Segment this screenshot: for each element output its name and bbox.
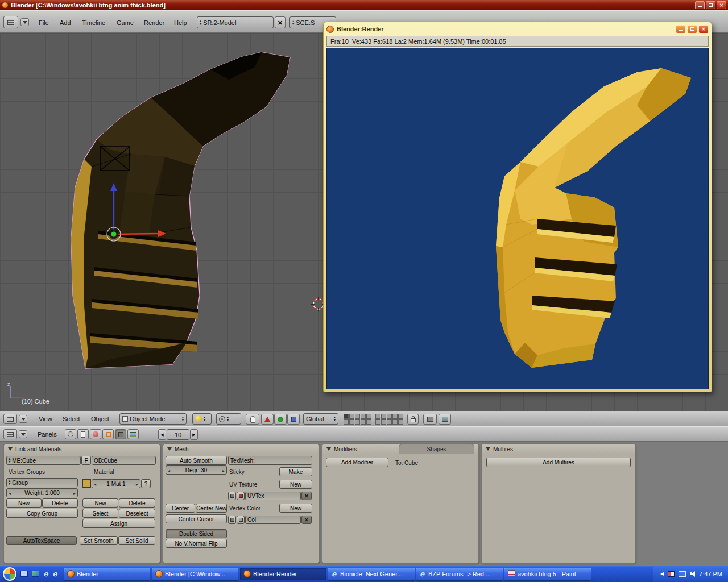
frame-prev-icon[interactable]: ◀ <box>158 429 166 440</box>
lock-icon[interactable] <box>407 414 419 425</box>
transform-orientation-selector[interactable]: Global <box>303 413 338 425</box>
pivot-selector[interactable] <box>216 413 241 425</box>
layer-toggle[interactable] <box>355 419 360 425</box>
collapse-triangle-icon[interactable] <box>167 447 172 451</box>
render-preview-icon[interactable] <box>423 414 437 425</box>
add-multires-button[interactable]: Add Multires <box>486 458 631 467</box>
material-delete-button[interactable]: Delete <box>119 498 155 508</box>
menu-object[interactable]: Object <box>91 415 109 422</box>
screen-delete-icon[interactable]: × <box>275 16 286 28</box>
shading-context-icon[interactable] <box>90 429 101 439</box>
layer-toggle[interactable] <box>344 419 349 425</box>
collapse-triangle-icon[interactable] <box>486 447 490 451</box>
internet-explorer-icon[interactable]: e <box>43 569 49 578</box>
screen-selector[interactable]: SR:2-Model <box>197 16 274 28</box>
increment-icon[interactable] <box>136 481 138 487</box>
uv-texture-new-button[interactable]: New <box>279 480 312 489</box>
decrement-icon[interactable] <box>9 490 11 496</box>
editor-type-icon[interactable] <box>3 414 17 424</box>
object-context-icon[interactable] <box>102 429 114 439</box>
header-collapse-icon[interactable] <box>19 415 27 423</box>
uvtex-edit-toggle-icon[interactable] <box>237 492 245 500</box>
script-context-icon[interactable] <box>77 429 89 439</box>
manipulator-translate-icon[interactable] <box>261 414 274 425</box>
menu-game[interactable]: Game <box>117 19 134 26</box>
assign-button[interactable]: Assign <box>82 519 155 528</box>
add-modifier-button[interactable]: Add Modifier <box>326 458 388 467</box>
stepper-icon[interactable] <box>9 480 10 485</box>
tray-chevron-icon[interactable]: ◀ <box>660 571 664 576</box>
volume-icon[interactable] <box>690 571 695 577</box>
set-smooth-button[interactable]: Set Smooth <box>80 536 118 545</box>
auto-smooth-toggle[interactable]: Auto Smooth <box>166 456 227 465</box>
vertex-color-new-button[interactable]: New <box>279 504 312 513</box>
layer-toggle[interactable] <box>375 414 380 419</box>
layer-toggle[interactable] <box>392 419 398 425</box>
mesh-object[interactable] <box>57 45 301 375</box>
col-delete-icon[interactable] <box>301 516 312 524</box>
collapse-triangle-icon[interactable] <box>8 447 13 451</box>
stepper-icon[interactable] <box>292 20 294 26</box>
panel-header[interactable]: Mesh <box>163 444 319 454</box>
mode-selector[interactable]: Object Mode <box>119 413 187 425</box>
panel-header[interactable]: Multires <box>482 444 635 454</box>
tray-app-icon[interactable] <box>668 571 675 577</box>
center-cursor-button[interactable]: Center Cursor <box>166 514 227 523</box>
render-window[interactable]: Blender:Render × Fra:10 Ve:433 Fa:618 La… <box>323 22 712 392</box>
manipulator-rotate-icon[interactable] <box>274 414 287 425</box>
mesh-datablock-field[interactable]: ME:Cube <box>6 456 81 465</box>
minimize-button[interactable] <box>695 1 705 9</box>
logic-context-icon[interactable] <box>65 429 76 439</box>
layer-toggle[interactable] <box>366 414 371 419</box>
center-button[interactable]: Center <box>166 504 195 513</box>
center-new-button[interactable]: Center New <box>196 504 227 513</box>
set-solid-button[interactable]: Set Solid <box>118 536 155 545</box>
double-sided-toggle[interactable]: Double Sided <box>166 529 227 538</box>
stepper-icon[interactable] <box>334 416 336 422</box>
vgroup-new-button[interactable]: New <box>6 498 42 508</box>
manipulator-scale-icon[interactable] <box>287 414 300 425</box>
layer-toggle[interactable] <box>349 414 354 419</box>
render-minimize-button[interactable] <box>676 25 686 34</box>
taskbar-item-paint[interactable]: avohkii btng 5 - Paint <box>504 568 591 580</box>
start-button[interactable] <box>3 567 16 581</box>
col-edit-toggle-icon[interactable] <box>237 516 245 524</box>
sticky-make-button[interactable]: Make <box>279 467 312 476</box>
stepper-icon[interactable] <box>182 416 184 422</box>
layer-toggle[interactable] <box>387 419 392 425</box>
layer-toggle[interactable] <box>398 414 403 419</box>
layer-toggle[interactable] <box>375 419 380 425</box>
collapse-triangle-icon[interactable] <box>326 447 331 451</box>
stepper-icon[interactable] <box>227 416 229 422</box>
frame-number-field[interactable]: 10 <box>167 429 189 440</box>
panels-menu[interactable]: Panels <box>38 431 57 438</box>
layer-toggle[interactable] <box>349 419 354 425</box>
menu-render[interactable]: Render <box>144 19 164 26</box>
degr-field[interactable]: Degr: 30 <box>166 465 227 475</box>
uvtex-name-field[interactable]: UVTex <box>245 492 301 500</box>
autotexspace-button[interactable]: AutoTexSpace <box>6 536 77 545</box>
layer-toggle[interactable] <box>344 414 349 419</box>
decrement-icon[interactable] <box>94 481 96 487</box>
layer-buttons-group-2[interactable] <box>375 414 403 425</box>
decrement-icon[interactable] <box>168 467 170 473</box>
header-collapse-icon[interactable] <box>20 18 29 26</box>
taskbar-item-blender[interactable]: Blender <box>64 568 150 580</box>
tab-shapes[interactable]: Shapes <box>399 444 474 454</box>
layer-toggle[interactable] <box>355 414 360 419</box>
uvtex-render-toggle-icon[interactable] <box>228 492 236 500</box>
render-close-button[interactable]: × <box>698 25 709 34</box>
restore-button[interactable] <box>706 1 715 9</box>
tab-modifiers[interactable]: Modifiers <box>334 446 357 452</box>
render-maximize-button[interactable] <box>687 25 697 34</box>
layer-toggle[interactable] <box>361 419 366 425</box>
image-viewer-icon[interactable] <box>31 569 40 578</box>
increment-icon[interactable] <box>222 467 225 473</box>
fake-user-button[interactable]: F <box>81 456 91 465</box>
layer-toggle[interactable] <box>392 414 398 419</box>
show-desktop-icon[interactable] <box>20 569 28 578</box>
select-button[interactable]: Select <box>82 509 118 518</box>
deselect-button[interactable]: Deselect <box>119 509 155 518</box>
image-icon[interactable] <box>439 414 451 425</box>
taskbar-item-blender-file[interactable]: Blender [C:\Window... <box>152 568 238 580</box>
